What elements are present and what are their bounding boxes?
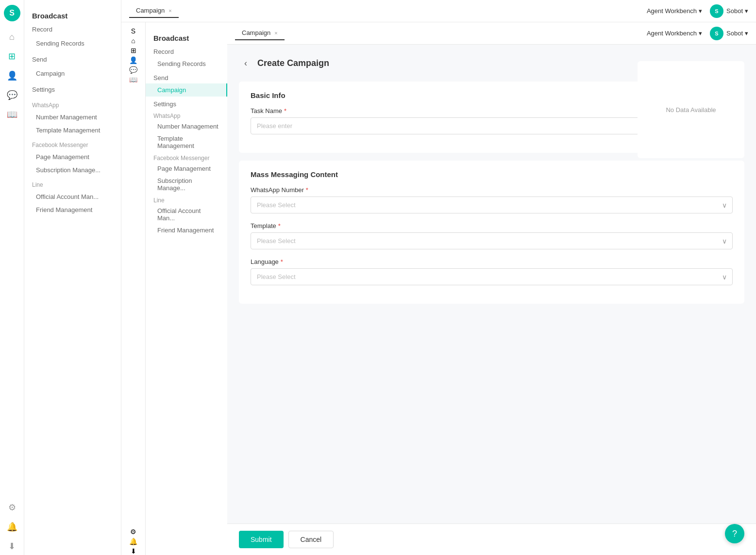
modal-friend-mgmt[interactable]: Friend Management [146, 224, 228, 236]
download-nav-icon[interactable]: ⬇ [3, 538, 21, 555]
bell-nav-icon[interactable]: 🔔 [3, 518, 21, 536]
modal-title: Create Campaign [257, 58, 329, 68]
mass-messaging-section: Mass Messaging Content WhatsApp Number *… [239, 161, 744, 304]
campaign-tab[interactable]: Campaign × [129, 4, 179, 18]
number-management-item[interactable]: Number Management [24, 111, 121, 124]
modal-facebook-group: Facebook Messenger [146, 152, 228, 163]
modal-page-mgmt[interactable]: Page Management [146, 163, 228, 175]
app-root: S ⌂ ⊞ 👤 💬 📖 ⚙ 🔔 ⬇ Broadcast Record Sendi… [0, 0, 756, 555]
whatsapp-number-required: * [306, 186, 308, 194]
record-title: Record [24, 24, 121, 37]
modal-text-sidebar: Broadcast Record Sending Records Send Ca… [146, 22, 228, 555]
modal-campaign-tab[interactable]: Campaign × [235, 26, 285, 40]
modal-template-mgmt[interactable]: Template Management [146, 132, 228, 152]
language-field: Language * Please Select [251, 258, 733, 285]
modal-send-title: Send [146, 70, 228, 83]
modal-bell-icon[interactable]: 🔔 [129, 538, 137, 545]
mass-messaging-title: Mass Messaging Content [251, 170, 733, 179]
text-sidebar: Broadcast Record Sending Records Send Ca… [24, 0, 121, 555]
whatsapp-number-field: WhatsApp Number * Please Select [251, 186, 733, 213]
modal-book-icon[interactable]: 📖 [129, 76, 137, 83]
modal-sending-records[interactable]: Sending Records [146, 57, 228, 70]
page-management-item[interactable]: Page Management [24, 150, 121, 163]
main-content: Campaign × Agent Workbench ▾ S Sobot ▾ [121, 0, 756, 555]
modal-subscription[interactable]: Subscription Manage... [146, 175, 228, 194]
language-required: * [281, 258, 283, 265]
user-name[interactable]: Sobot ▾ [726, 7, 748, 15]
no-data-panel: No Data Available [638, 61, 744, 158]
app-logo: S [4, 5, 20, 21]
page-area: WhatsApp Facebook Messenger Line When en… [121, 22, 756, 555]
help-icon: ? [732, 529, 737, 539]
friend-management-item[interactable]: Friend Management [24, 203, 121, 216]
agent-workbench-btn[interactable]: Agent Workbench ▾ [647, 7, 702, 15]
contacts-nav-icon[interactable]: 👤 [3, 67, 21, 84]
modal-campaign-item[interactable]: Campaign [146, 83, 228, 97]
settings-title: Settings [24, 82, 121, 97]
modal-whatsapp-group: WhatsApp [146, 110, 228, 120]
task-name-required: * [284, 107, 286, 114]
official-account-item[interactable]: Official Account Man... [24, 190, 121, 203]
home-nav-icon[interactable]: ⌂ [3, 28, 21, 46]
modal-logo: S [131, 27, 135, 35]
broadcast-title: Broadcast [24, 8, 121, 24]
modal-record-title: Record [146, 46, 228, 57]
language-select-wrapper: Please Select [251, 268, 733, 285]
user-menu[interactable]: S Sobot ▾ [710, 4, 748, 18]
top-bar-right: Agent Workbench ▾ S Sobot ▾ [647, 4, 748, 18]
line-group-title: Line [24, 177, 121, 190]
modal-download-icon[interactable]: ⬇ [131, 547, 136, 555]
modal-top-bar: Campaign × Agent Workbench ▾ S [227, 22, 756, 45]
modal-user-avatar: S [710, 27, 723, 40]
template-label: Template * [251, 222, 733, 229]
modal-contacts-icon[interactable]: 👤 [129, 56, 137, 64]
modal-grid-icon[interactable]: ⊞ [131, 47, 136, 54]
template-field: Template * Please Select [251, 222, 733, 249]
template-management-item[interactable]: Template Management [24, 124, 121, 137]
modal-chat-icon[interactable]: 💬 [129, 66, 137, 74]
submit-button[interactable]: Submit [239, 531, 284, 548]
modal-settings-icon[interactable]: ⚙ [130, 528, 136, 536]
tab-close-icon[interactable]: × [168, 8, 171, 14]
modal-agent-workbench[interactable]: Agent Workbench ▾ [647, 30, 702, 37]
whatsapp-number-label: WhatsApp Number * [251, 186, 733, 194]
language-label: Language * [251, 258, 733, 265]
modal-tab-close-icon[interactable]: × [274, 30, 277, 36]
subscription-manage-item[interactable]: Subscription Manage... [24, 163, 121, 177]
template-required: * [278, 222, 281, 229]
modal-number-mgmt[interactable]: Number Management [146, 120, 228, 132]
chat-nav-icon[interactable]: 💬 [3, 86, 21, 104]
modal-user-menu[interactable]: S Sobot ▾ [710, 27, 748, 40]
template-select-wrapper: Please Select [251, 232, 733, 249]
icon-sidebar: S ⌂ ⊞ 👤 💬 📖 ⚙ 🔔 ⬇ [0, 0, 24, 555]
modal-overlay: S ⌂ ⊞ 👤 💬 📖 ⚙ 🔔 ⬇ Broadcast Record Sendi… [121, 22, 756, 555]
modal-tab-bar: Campaign × [235, 26, 285, 40]
modal-settings-title: Settings [146, 97, 228, 110]
cancel-button[interactable]: Cancel [288, 531, 334, 548]
modal-icon-sidebar: S ⌂ ⊞ 👤 💬 📖 ⚙ 🔔 ⬇ [121, 22, 146, 555]
modal-broadcast-title: Broadcast [146, 30, 228, 46]
sending-records-item[interactable]: Sending Records [24, 37, 121, 50]
language-select[interactable]: Please Select [251, 268, 733, 285]
modal-top-bar-right: Agent Workbench ▾ S Sobot ▾ [647, 27, 748, 40]
help-button[interactable]: ? [725, 524, 744, 543]
tab-bar: Campaign × [129, 4, 179, 18]
whatsapp-group-title: WhatsApp [24, 97, 121, 111]
settings-nav-icon[interactable]: ⚙ [3, 499, 21, 516]
back-button[interactable]: ‹ [239, 56, 252, 70]
whatsapp-number-select-wrapper: Please Select [251, 196, 733, 213]
modal-footer: Submit Cancel [227, 523, 756, 555]
template-select[interactable]: Please Select [251, 232, 733, 249]
user-avatar: S [710, 4, 723, 18]
facebook-group-title: Facebook Messenger [24, 137, 121, 150]
top-bar: Campaign × Agent Workbench ▾ S Sobot ▾ [121, 0, 756, 22]
whatsapp-number-select[interactable]: Please Select [251, 196, 733, 213]
campaign-item[interactable]: Campaign [24, 67, 121, 80]
grid-nav-icon[interactable]: ⊞ [3, 48, 21, 65]
book-nav-icon[interactable]: 📖 [3, 106, 21, 123]
modal-line-group: Line [146, 194, 228, 205]
modal-user-name[interactable]: Sobot ▾ [726, 30, 748, 37]
send-title: Send [24, 52, 121, 67]
modal-official-account[interactable]: Official Account Man... [146, 205, 228, 224]
modal-home-icon[interactable]: ⌂ [131, 37, 135, 45]
